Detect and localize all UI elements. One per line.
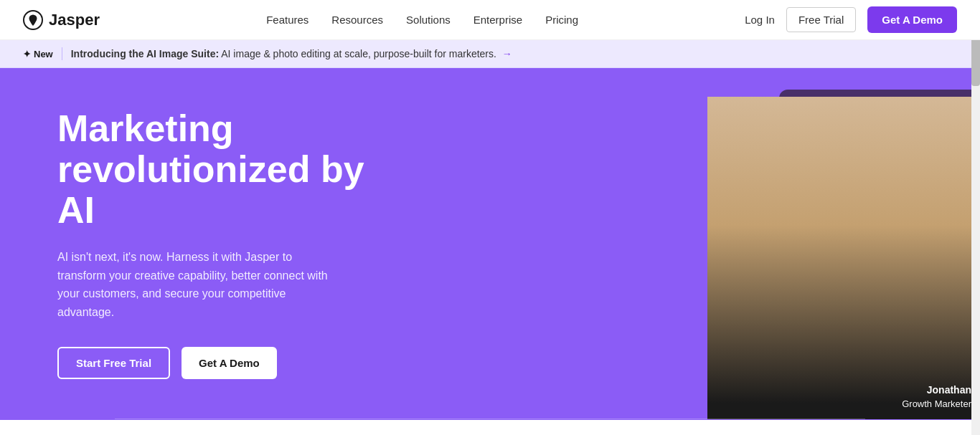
person-image: Jonathan Growth Marketer bbox=[707, 97, 980, 419]
navbar: Jasper Features Resources Solutions Ente… bbox=[0, 0, 980, 40]
nav-features[interactable]: Features bbox=[266, 14, 308, 26]
announcement-bar[interactable]: ✦ New Introducing the AI Image Suite: AI… bbox=[0, 40, 980, 68]
announcement-text: Introducing the AI Image Suite: AI image… bbox=[71, 48, 512, 59]
person-label: Jonathan Growth Marketer bbox=[902, 383, 971, 411]
free-trial-button[interactable]: Free Trial bbox=[786, 7, 856, 32]
hero-section: Marketing revolutionized by AI AI isn't … bbox=[0, 68, 980, 419]
person-silhouette bbox=[707, 97, 980, 419]
navbar-actions: Log In Free Trial Get A Demo bbox=[745, 6, 957, 33]
hero-buttons: Start Free Trial Get A Demo bbox=[57, 347, 402, 379]
get-demo-button[interactable]: Get A Demo bbox=[867, 6, 957, 33]
logo[interactable]: Jasper bbox=[23, 10, 100, 30]
hero-subtitle: AI isn't next, it's now. Harness it with… bbox=[57, 248, 330, 321]
scrollbar-track[interactable] bbox=[971, 0, 980, 420]
announcement-divider bbox=[62, 47, 62, 60]
hero-bottom-divider bbox=[115, 419, 865, 419]
nav-enterprise[interactable]: Enterprise bbox=[473, 14, 522, 26]
announcement-arrow: → bbox=[502, 48, 512, 59]
nav-solutions[interactable]: Solutions bbox=[406, 14, 451, 26]
hero-get-demo-button[interactable]: Get A Demo bbox=[182, 347, 277, 379]
start-free-trial-button[interactable]: Start Free Trial bbox=[57, 347, 170, 379]
person-name: Jonathan bbox=[902, 383, 971, 398]
nav-links: Features Resources Solutions Enterprise … bbox=[266, 14, 578, 27]
hero-content: Marketing revolutionized by AI AI isn't … bbox=[57, 108, 402, 380]
jasper-logo-icon bbox=[23, 10, 43, 30]
announcement-badge: ✦ New bbox=[23, 49, 53, 59]
hero-visual: ◎ Hi Jonathan! I've optimized your blog … bbox=[478, 68, 980, 419]
sparkle-icon: ✦ bbox=[23, 49, 31, 59]
logo-text: Jasper bbox=[49, 11, 100, 29]
nav-pricing[interactable]: Pricing bbox=[545, 14, 578, 26]
nav-resources[interactable]: Resources bbox=[331, 14, 383, 26]
hero-title: Marketing revolutionized by AI bbox=[57, 108, 402, 231]
login-button[interactable]: Log In bbox=[745, 14, 775, 26]
person-role: Growth Marketer bbox=[902, 398, 971, 411]
